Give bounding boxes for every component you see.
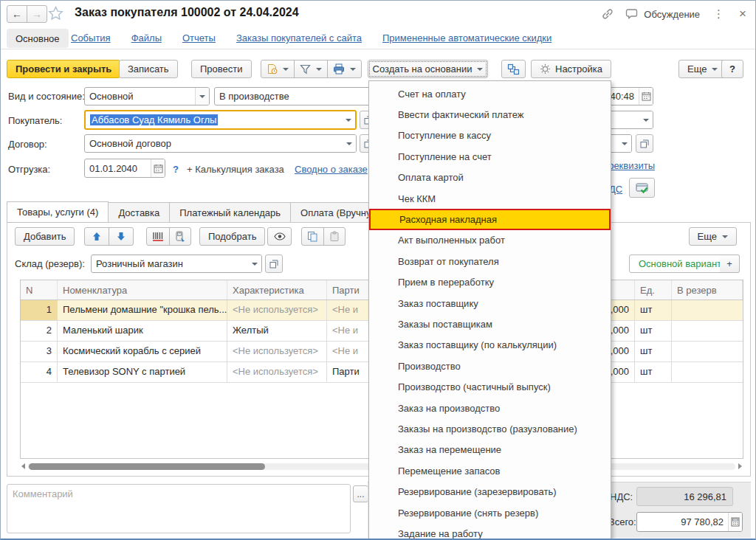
menu-item[interactable]: Возврат от покупателя [369,251,611,271]
menu-item[interactable]: Заказ поставщику [369,293,611,314]
warehouse-open-button[interactable] [265,255,283,273]
chevron-down-icon[interactable] [342,135,356,152]
nav-link[interactable]: События [71,32,111,44]
menu-item[interactable]: Расходная накладная [369,209,611,229]
create-based-on-button[interactable]: Создать на основании [368,60,488,78]
discussion-button[interactable]: Обсуждение [625,8,700,21]
main-variant-button[interactable]: Основной вариант [629,255,731,273]
nav-link[interactable]: Примененные автоматические скидки [382,32,551,44]
move-down-button[interactable] [109,227,134,246]
kebab-menu-icon[interactable]: ⋮ [710,8,727,20]
customer-input[interactable]: Аббасов Суад Кямиль Оглы [84,110,357,130]
barcode-scan-button[interactable] [146,227,170,246]
contract-combo[interactable]: Основной договор [84,134,357,153]
forward-icon[interactable]: → [27,5,47,23]
related-documents-button[interactable] [501,60,526,78]
menu-item[interactable]: Производство (частичный выпуск) [369,376,611,397]
visibility-button[interactable] [267,227,292,246]
cell-nomenclature: Маленький шарик [58,321,227,341]
scroll-right-icon[interactable] [738,463,742,469]
chevron-down-icon[interactable] [195,88,209,105]
menu-item[interactable]: Заказы поставщикам [369,314,611,334]
menu-item[interactable]: Ввести фактический платеж [369,104,611,125]
chevron-down-icon[interactable] [639,111,653,128]
card-green-check-icon [636,182,649,194]
header-unit[interactable]: Ед. [635,280,672,300]
vat-card-button[interactable] [629,178,655,198]
arrow-up-icon [92,232,101,241]
menu-item[interactable]: Чек ККМ [369,188,611,209]
grand-total-input[interactable]: 97 780,82 [636,512,743,532]
menu-item[interactable]: Резервирование (зарезервировать) [369,481,611,502]
tab[interactable]: Товары, услуги (4) [7,201,109,223]
back-icon[interactable]: ← [7,5,27,23]
open-icon [269,260,278,269]
funnel-icon [300,64,311,75]
menu-item[interactable]: Перемещение запасов [369,460,611,481]
chevron-down-icon[interactable] [617,135,631,152]
print-button[interactable] [327,60,362,78]
move-up-button[interactable] [84,227,109,246]
chevron-down-icon[interactable] [341,111,355,128]
grand-total-label: Всего: [608,516,636,527]
chevron-down-icon[interactable] [247,255,261,272]
nav-link[interactable]: Файлы [131,32,162,44]
calculator-icon[interactable] [728,513,742,531]
secondary-open-button[interactable] [636,134,653,153]
data-terminal-button[interactable] [169,227,191,246]
header-nomenclature[interactable]: Номенклатура [58,280,227,300]
menu-item[interactable]: Оплата картой [369,167,611,188]
pick-items-button[interactable]: Подобрать [199,227,265,246]
order-summary-link[interactable]: Сводно о заказе [295,164,368,175]
table-more-button[interactable]: Еще [689,227,737,246]
comment-input[interactable] [7,484,351,533]
close-icon[interactable]: × [738,8,748,20]
favorite-star-icon[interactable] [48,6,63,21]
calendar-icon[interactable] [639,88,653,105]
nav-link[interactable]: Отчеты [182,32,216,44]
menu-item[interactable]: Заказ на производство [369,398,611,418]
menu-item[interactable]: Заказы на производство (разузлование) [369,418,611,439]
settings-button[interactable]: Настройка [531,60,611,78]
menu-item[interactable]: Заказ на перемещение [369,440,611,460]
copy-button[interactable] [301,227,324,246]
link-icon[interactable] [601,7,614,21]
create-document-button[interactable] [261,60,295,78]
nav-item-main[interactable]: Основное [7,29,69,48]
header-reserve[interactable]: В резерв [672,280,743,300]
comment-expand-button[interactable]: ... [353,485,368,502]
kind-combo[interactable]: Основной [84,87,210,105]
arrow-down-icon [117,232,126,241]
paste-button[interactable] [323,227,346,246]
menu-item[interactable]: Резервирование (снять резерв) [369,502,611,523]
header-n[interactable]: N [21,280,58,300]
scroll-left-icon[interactable] [21,463,25,469]
tab[interactable]: Доставка [109,202,170,223]
scrollbar-thumb[interactable] [29,463,265,470]
menu-item[interactable]: Поступление на счет [369,146,611,167]
warehouse-combo[interactable]: Розничный магазин [91,255,262,273]
calendar-icon[interactable] [151,159,165,177]
menu-item[interactable]: Счет на оплату [369,83,611,104]
menu-item[interactable]: Поступление в кассу [369,125,611,146]
save-button[interactable]: Записать [119,60,178,78]
menu-item[interactable]: Акт выполненных работ [369,230,611,251]
create-based-on-menu: Счет на оплатуВвести фактический платежП… [368,80,611,540]
menu-item[interactable]: Прием в переработку [369,272,611,293]
filter-button[interactable] [294,60,328,78]
add-row-button[interactable]: Добавить [15,227,75,246]
menu-item[interactable]: Заказ поставщику (по калькуляции) [369,335,611,356]
post-button[interactable]: Провести [191,60,252,78]
shipment-date-input[interactable]: 01.01.2040 [84,159,165,178]
order-calculation-toggle[interactable]: + Калькуляция заказа [187,164,284,175]
more-button[interactable]: Еще [678,60,726,78]
tab[interactable]: Платежный календарь [170,202,291,223]
help-button[interactable]: ? [721,60,743,78]
add-variant-button[interactable]: + [720,255,740,273]
shipment-help-icon[interactable]: ? [173,164,179,175]
menu-item[interactable]: Производство [369,356,611,376]
header-characteristic[interactable]: Характеристика [227,280,327,300]
nav-link[interactable]: Заказы покупателей с сайта [236,32,362,44]
post-and-close-button[interactable]: Провести и закрыть [7,60,120,78]
menu-item[interactable]: Задание на работу [369,523,611,540]
